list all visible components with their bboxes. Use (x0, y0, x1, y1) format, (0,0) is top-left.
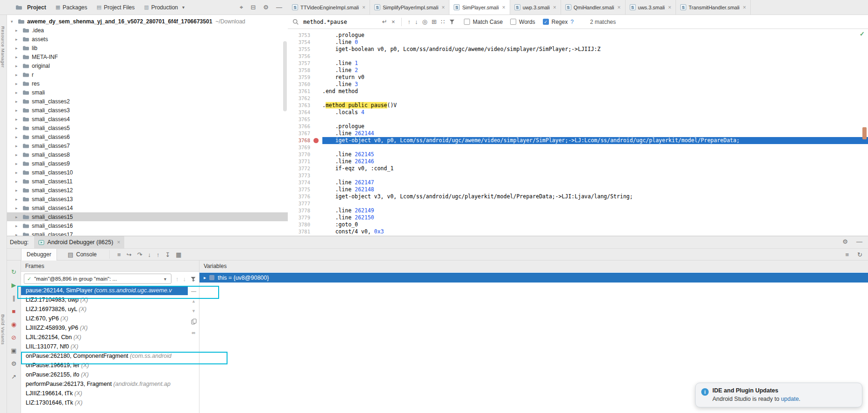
tree-item-smali[interactable]: ▸smali (7, 88, 288, 97)
line-number[interactable]: 3755 (288, 46, 310, 53)
line-number[interactable]: 3781 (288, 228, 310, 235)
view-tab-project[interactable]: Project (11, 3, 50, 12)
scroll-down-icon[interactable]: ▼ (192, 309, 196, 313)
step-into-icon[interactable]: ↓ (148, 251, 151, 258)
expand-arrow-icon[interactable]: ▸ (15, 126, 22, 130)
code-line[interactable]: 3781 const/4 v0, 0x3 (288, 228, 868, 235)
code-line[interactable]: 3753 .prologue (288, 32, 868, 39)
add-occurrence-icon[interactable]: ⊞ (432, 18, 437, 25)
search-option-regex[interactable]: ✓Regex (543, 19, 568, 25)
line-number[interactable]: 3778 (288, 207, 310, 214)
code-line[interactable]: 3778 .line 262149 (288, 207, 868, 214)
line-number[interactable]: 3777 (288, 200, 310, 207)
line-number[interactable]: 3758 (288, 67, 310, 74)
step-out-icon[interactable]: ↑ (157, 251, 160, 258)
add-icon[interactable]: + (192, 277, 195, 283)
expand-arrow-icon[interactable]: ▸ (15, 99, 22, 104)
line-number[interactable]: 3753 (288, 32, 310, 39)
editor-tab-SimPlayer.smali[interactable]: SSimPlayer.smali× (449, 0, 510, 14)
close-tab-icon[interactable]: × (618, 4, 621, 11)
tree-item-smali_classes12[interactable]: ▸smali_classes12 (7, 186, 288, 195)
resume-icon[interactable]: ▶ (7, 281, 21, 289)
line-number[interactable]: 3768 (288, 137, 310, 144)
run-to-cursor-icon[interactable]: ↧ (165, 251, 170, 258)
tree-item-smali_classes3[interactable]: ▸smali_classes3 (7, 106, 288, 115)
copy-icon[interactable] (191, 319, 197, 325)
gear-icon[interactable]: ⚙ (7, 360, 21, 368)
code-line[interactable]: 3776 iget-object v3, v0, Lcom/ss/android… (288, 193, 868, 200)
line-number[interactable]: 3765 (288, 116, 310, 123)
code-line[interactable]: 3755 iget-boolean v0, p0, Lcom/ss/androi… (288, 46, 868, 53)
camera-icon[interactable]: ▣ (7, 347, 21, 355)
update-link[interactable]: update (781, 396, 799, 402)
variable-row-this[interactable]: ▸ this = {uv8@90800} (199, 273, 868, 283)
code-line[interactable]: 3754 .line 0 (288, 39, 868, 46)
show-execution-point-icon[interactable]: ↪ (127, 251, 132, 258)
close-tab-icon[interactable]: × (553, 4, 556, 11)
line-number[interactable]: 3770 (288, 151, 310, 158)
expand-arrow-icon[interactable]: ▸ (15, 197, 22, 202)
gear-icon[interactable]: ⚙ (263, 4, 269, 11)
expand-arrow-icon[interactable]: ▸ (15, 28, 22, 33)
code-line[interactable]: 3759 return v0 (288, 74, 868, 81)
frame-row[interactable]: pause:262144, SimPlayer (com.ss.android.… (21, 286, 188, 295)
remove-icon[interactable]: — (191, 288, 196, 294)
clear-search-icon[interactable]: × (391, 18, 395, 25)
close-tab-icon[interactable]: × (668, 4, 671, 11)
checkbox-icon[interactable]: ✓ (543, 19, 549, 25)
tree-item-smali_classes8[interactable]: ▸smali_classes8 (7, 150, 288, 159)
code-line[interactable]: 3774 .line 262147 (288, 179, 868, 186)
tree-item-smali_classes6[interactable]: ▸smali_classes6 (7, 132, 288, 141)
code-editor[interactable]: 3753 .prologue3754 .line 03755 iget-bool… (288, 29, 868, 236)
next-match-icon[interactable]: ↓ (415, 18, 418, 25)
tab-debugger[interactable]: Debugger (21, 249, 57, 261)
tree-item-.idea[interactable]: ▸.idea (7, 26, 288, 35)
expand-icon[interactable]: ▸ (204, 275, 206, 280)
collapse-arrow-icon[interactable]: ▾ (11, 19, 18, 24)
close-tab-icon[interactable]: × (743, 4, 746, 11)
line-number[interactable]: 3767 (288, 130, 310, 137)
line-number[interactable]: 3756 (288, 53, 310, 60)
evaluate-expression-icon[interactable]: ▦ (176, 251, 181, 258)
line-number[interactable]: 3762 (288, 95, 310, 102)
restore-layout-icon[interactable]: ↻ (857, 251, 862, 258)
code-line[interactable]: 3779 .line 262150 (288, 214, 868, 221)
line-number[interactable]: 3759 (288, 74, 310, 81)
line-number[interactable]: 3761 (288, 88, 310, 95)
code-line[interactable]: 3758 .line 2 (288, 67, 868, 74)
rerun-icon[interactable]: ↻ (7, 268, 21, 276)
editor-tab-TransmitHandler.smali[interactable]: STransmitHandler.smali× (676, 0, 751, 14)
expand-arrow-icon[interactable]: ▸ (15, 161, 22, 166)
line-number[interactable]: 3773 (288, 172, 310, 179)
regex-help-link[interactable]: ? (570, 19, 574, 25)
code-line[interactable]: 3764 .locals 4 (288, 109, 868, 116)
line-number[interactable]: 3780 (288, 221, 310, 228)
tree-item-smali_classes9[interactable]: ▸smali_classes9 (7, 159, 288, 168)
tree-item-smali_classes7[interactable]: ▸smali_classes7 (7, 141, 288, 150)
code-line[interactable]: 3762 (288, 95, 868, 102)
close-session-icon[interactable]: × (117, 239, 120, 246)
expand-arrow-icon[interactable]: ▸ (15, 37, 22, 42)
code-line[interactable]: 3767 .line 262144 (288, 130, 868, 137)
newline-icon[interactable]: ↵ (382, 18, 387, 25)
line-number[interactable]: 3775 (288, 186, 310, 193)
expand-arrow-icon[interactable]: ▸ (15, 224, 22, 228)
highlight-all-icon[interactable]: ◎ (422, 18, 427, 25)
line-number[interactable]: 3757 (288, 60, 310, 67)
mute-breakpoints-icon[interactable]: ⊘ (7, 333, 21, 341)
editor-tab-uwp.3.smali[interactable]: Suwp.3.smali× (510, 0, 561, 14)
line-number[interactable]: 3766 (288, 123, 310, 130)
editor-tab-uws.3.smali[interactable]: Suws.3.smali× (626, 0, 676, 14)
tree-item-smali_classes16[interactable]: ▸smali_classes16 (7, 221, 288, 230)
tree-item-r[interactable]: ▸r (7, 70, 288, 79)
stripe-resource-manager[interactable]: Resource Manager (0, 26, 6, 68)
checkbox-icon[interactable] (464, 19, 470, 25)
tree-item-smali_classes5[interactable]: ▸smali_classes5 (7, 123, 288, 132)
line-number[interactable]: 3754 (288, 39, 310, 46)
expand-arrow-icon[interactable]: ▸ (15, 215, 22, 219)
frame-row[interactable]: performPause:262173, Fragment (androidx.… (21, 379, 188, 389)
watch-icon[interactable]: ∞ (192, 330, 196, 335)
line-number[interactable]: 3772 (288, 165, 310, 172)
code-line[interactable]: 3763.method public pause()V (288, 102, 868, 109)
editor-tab-QmiHandler.smali[interactable]: SQmiHandler.smali× (561, 0, 626, 14)
